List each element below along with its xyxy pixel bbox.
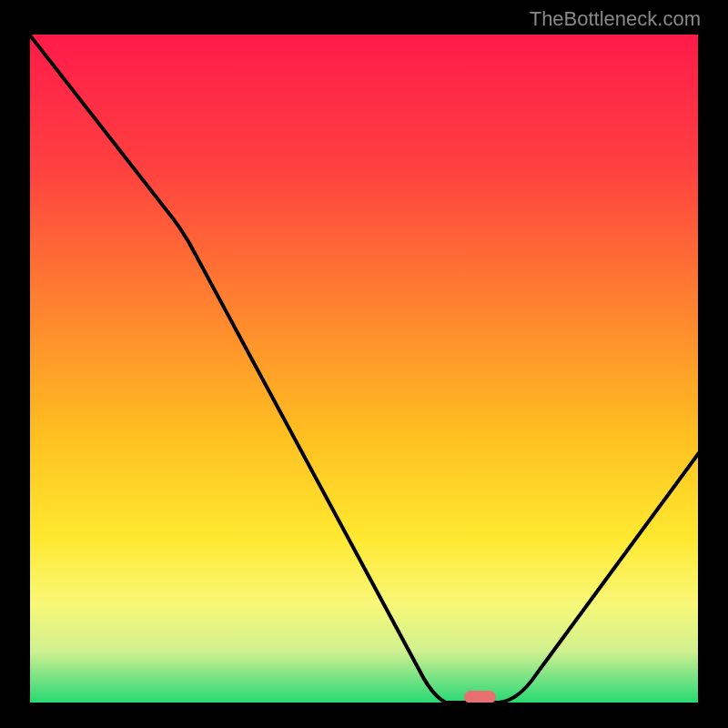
- watermark-text: TheBottleneck.com: [530, 7, 701, 31]
- optimal-marker: [464, 691, 496, 703]
- chart-container: [27, 32, 701, 705]
- bottleneck-curve: [27, 32, 701, 705]
